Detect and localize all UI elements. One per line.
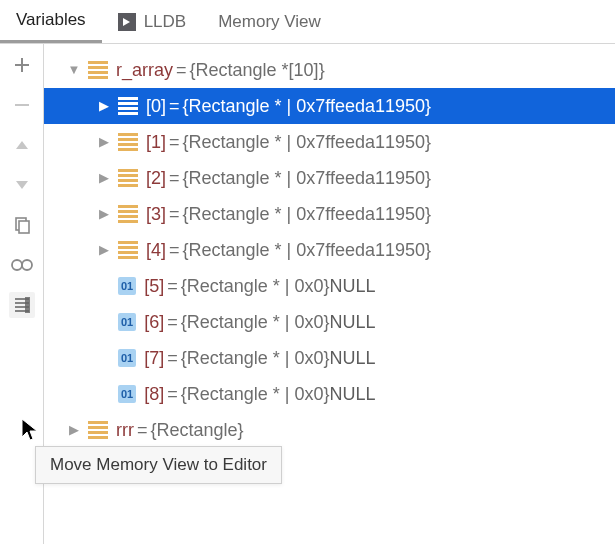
- variable-index: [1]: [146, 130, 166, 154]
- tab-variables[interactable]: Variables: [0, 0, 102, 43]
- array-icon: [88, 421, 108, 439]
- variable-value: {Rectangle * | 0x7ffeeda11950}: [183, 166, 432, 190]
- variable-value: {Rectangle * | 0x0}: [181, 310, 330, 334]
- null-tag: NULL: [330, 274, 376, 298]
- equals: =: [176, 58, 187, 82]
- equals: =: [167, 274, 178, 298]
- variable-value: {Rectangle * | 0x7ffeeda11950}: [183, 130, 432, 154]
- chevron-right-icon: ▶: [96, 169, 112, 187]
- tree-row[interactable]: ▶ [4] = {Rectangle * | 0x7ffeeda11950}: [44, 232, 615, 268]
- add-watch-button[interactable]: [9, 52, 35, 78]
- null-tag: NULL: [330, 346, 376, 370]
- variable-value: {Rectangle * | 0x0}: [181, 274, 330, 298]
- array-icon: [118, 205, 138, 223]
- tree-row[interactable]: 01 [6] = {Rectangle * | 0x0} NULL: [44, 304, 615, 340]
- svg-point-3: [22, 260, 32, 270]
- tab-label: Variables: [16, 10, 86, 30]
- variable-name: rrr: [116, 418, 134, 442]
- binary-icon: 01: [118, 385, 136, 403]
- variable-value: {Rectangle * | 0x0}: [181, 382, 330, 406]
- tab-memory-view[interactable]: Memory View: [202, 0, 337, 43]
- chevron-right-icon: ▶: [96, 97, 112, 115]
- array-icon: [88, 61, 108, 79]
- equals: =: [167, 382, 178, 406]
- variable-index: [5]: [144, 274, 164, 298]
- binary-icon: 01: [118, 349, 136, 367]
- equals: =: [169, 130, 180, 154]
- tree-row[interactable]: 01 [7] = {Rectangle * | 0x0} NULL: [44, 340, 615, 376]
- variable-name: r_array: [116, 58, 173, 82]
- tree-row[interactable]: ▶ [3] = {Rectangle * | 0x7ffeeda11950}: [44, 196, 615, 232]
- variable-index: [3]: [146, 202, 166, 226]
- svg-point-2: [12, 260, 22, 270]
- copy-button[interactable]: [9, 212, 35, 238]
- tab-label: LLDB: [144, 12, 187, 32]
- array-icon: [118, 241, 138, 259]
- equals: =: [169, 94, 180, 118]
- move-down-button[interactable]: [9, 172, 35, 198]
- array-icon: [118, 169, 138, 187]
- equals: =: [137, 418, 148, 442]
- variable-index: [6]: [144, 310, 164, 334]
- tree-row[interactable]: ▶ [2] = {Rectangle * | 0x7ffeeda11950}: [44, 160, 615, 196]
- tree-row[interactable]: ▶ rrr = {Rectangle}: [44, 412, 615, 448]
- null-tag: NULL: [330, 382, 376, 406]
- variable-value: {Rectangle * | 0x0}: [181, 346, 330, 370]
- tree-row[interactable]: 01 [8] = {Rectangle * | 0x0} NULL: [44, 376, 615, 412]
- binary-icon: 01: [118, 313, 136, 331]
- chevron-down-icon: ▼: [66, 61, 82, 79]
- tab-label: Memory View: [218, 12, 321, 32]
- tab-lldb[interactable]: LLDB: [102, 0, 203, 43]
- chevron-right-icon: ▶: [96, 205, 112, 223]
- tree-row[interactable]: ▶ [0] = {Rectangle * | 0x7ffeeda11950}: [44, 88, 615, 124]
- tree-root-row[interactable]: ▼ r_array = {Rectangle *[10]}: [44, 52, 615, 88]
- tree-row[interactable]: 01 [5] = {Rectangle * | 0x0} NULL: [44, 268, 615, 304]
- tab-bar: Variables LLDB Memory View: [0, 0, 615, 44]
- memory-view-button[interactable]: [9, 292, 35, 318]
- equals: =: [169, 238, 180, 262]
- move-up-button[interactable]: [9, 132, 35, 158]
- chevron-right-icon: ▶: [66, 421, 82, 439]
- binary-icon: 01: [118, 277, 136, 295]
- chevron-right-icon: ▶: [96, 133, 112, 151]
- variable-value: {Rectangle * | 0x7ffeeda11950}: [183, 238, 432, 262]
- variable-value: {Rectangle * | 0x7ffeeda11950}: [183, 94, 432, 118]
- tooltip: Move Memory View to Editor: [35, 446, 282, 484]
- variable-index: [4]: [146, 238, 166, 262]
- array-icon: [118, 133, 138, 151]
- equals: =: [167, 310, 178, 334]
- variable-value: {Rectangle}: [151, 418, 244, 442]
- variable-value: {Rectangle * | 0x7ffeeda11950}: [183, 202, 432, 226]
- null-tag: NULL: [330, 310, 376, 334]
- variable-index: [2]: [146, 166, 166, 190]
- equals: =: [169, 202, 180, 226]
- equals: =: [169, 166, 180, 190]
- tree-row[interactable]: ▶ [1] = {Rectangle * | 0x7ffeeda11950}: [44, 124, 615, 160]
- equals: =: [167, 346, 178, 370]
- variable-index: [0]: [146, 94, 166, 118]
- svg-rect-1: [19, 221, 29, 233]
- run-icon: [118, 13, 136, 31]
- variable-index: [7]: [144, 346, 164, 370]
- tooltip-text: Move Memory View to Editor: [50, 455, 267, 474]
- show-watches-button[interactable]: [9, 252, 35, 278]
- cursor-icon: [20, 417, 40, 447]
- svg-rect-4: [25, 297, 30, 313]
- variable-index: [8]: [144, 382, 164, 406]
- chevron-right-icon: ▶: [96, 241, 112, 259]
- remove-button[interactable]: [9, 92, 35, 118]
- array-icon: [118, 97, 138, 115]
- variable-value: {Rectangle *[10]}: [190, 58, 325, 82]
